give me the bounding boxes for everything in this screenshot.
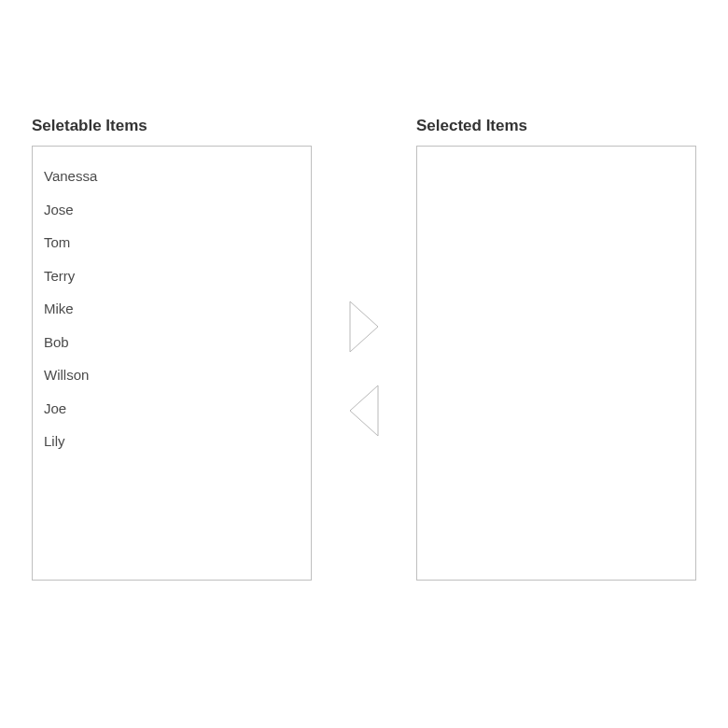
- selectable-listbox[interactable]: VanessaJoseTomTerryMikeBobWillsonJoeLily: [32, 146, 312, 581]
- chevron-left-icon: [348, 384, 380, 438]
- list-item[interactable]: Bob: [44, 326, 300, 359]
- chevron-right-icon: [348, 300, 380, 354]
- move-right-button[interactable]: [348, 300, 380, 354]
- transfer-controls: [312, 117, 416, 438]
- selectable-column: Seletable Items VanessaJoseTomTerryMikeB…: [32, 117, 312, 581]
- list-item[interactable]: Willson: [44, 358, 300, 392]
- list-item[interactable]: Jose: [44, 193, 300, 227]
- selected-listbox[interactable]: [416, 146, 696, 581]
- list-item[interactable]: Tom: [44, 226, 300, 259]
- list-item[interactable]: Terry: [44, 259, 300, 293]
- selected-column: Selected Items: [416, 117, 696, 581]
- dual-list-container: Seletable Items VanessaJoseTomTerryMikeB…: [0, 0, 728, 581]
- selected-heading: Selected Items: [416, 117, 696, 135]
- list-item[interactable]: Mike: [44, 292, 300, 326]
- move-left-button[interactable]: [348, 384, 380, 438]
- list-item[interactable]: Lily: [44, 425, 300, 458]
- list-item[interactable]: Vanessa: [44, 160, 300, 193]
- selectable-heading: Seletable Items: [32, 117, 312, 135]
- list-item[interactable]: Joe: [44, 392, 300, 426]
